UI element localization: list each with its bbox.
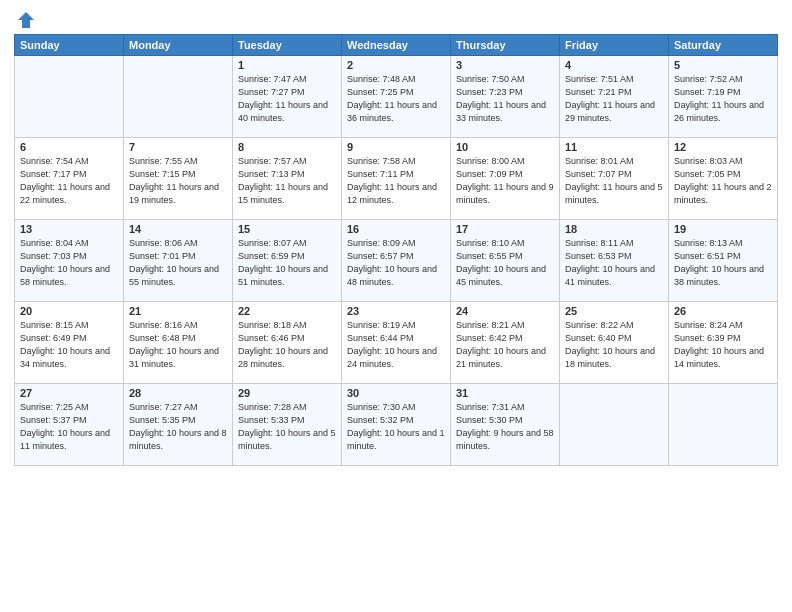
calendar-cell: 31 Sunrise: 7:31 AMSunset: 5:30 PMDaylig… <box>451 384 560 466</box>
calendar-week-4: 20 Sunrise: 8:15 AMSunset: 6:49 PMDaylig… <box>15 302 778 384</box>
calendar-cell: 19 Sunrise: 8:13 AMSunset: 6:51 PMDaylig… <box>669 220 778 302</box>
day-number: 7 <box>129 141 227 153</box>
day-detail: Sunrise: 7:28 AMSunset: 5:33 PMDaylight:… <box>238 401 336 453</box>
calendar-cell: 11 Sunrise: 8:01 AMSunset: 7:07 PMDaylig… <box>560 138 669 220</box>
calendar-week-3: 13 Sunrise: 8:04 AMSunset: 7:03 PMDaylig… <box>15 220 778 302</box>
day-number: 25 <box>565 305 663 317</box>
calendar-cell: 27 Sunrise: 7:25 AMSunset: 5:37 PMDaylig… <box>15 384 124 466</box>
weekday-header-thursday: Thursday <box>451 35 560 56</box>
calendar-cell: 25 Sunrise: 8:22 AMSunset: 6:40 PMDaylig… <box>560 302 669 384</box>
day-number: 6 <box>20 141 118 153</box>
weekday-header-sunday: Sunday <box>15 35 124 56</box>
calendar-cell: 12 Sunrise: 8:03 AMSunset: 7:05 PMDaylig… <box>669 138 778 220</box>
day-detail: Sunrise: 7:25 AMSunset: 5:37 PMDaylight:… <box>20 401 118 453</box>
day-detail: Sunrise: 8:03 AMSunset: 7:05 PMDaylight:… <box>674 155 772 207</box>
calendar-cell: 22 Sunrise: 8:18 AMSunset: 6:46 PMDaylig… <box>233 302 342 384</box>
calendar-cell: 18 Sunrise: 8:11 AMSunset: 6:53 PMDaylig… <box>560 220 669 302</box>
calendar-cell: 1 Sunrise: 7:47 AMSunset: 7:27 PMDayligh… <box>233 56 342 138</box>
day-number: 5 <box>674 59 772 71</box>
day-detail: Sunrise: 8:10 AMSunset: 6:55 PMDaylight:… <box>456 237 554 289</box>
weekday-header-friday: Friday <box>560 35 669 56</box>
day-number: 11 <box>565 141 663 153</box>
day-detail: Sunrise: 8:22 AMSunset: 6:40 PMDaylight:… <box>565 319 663 371</box>
day-detail: Sunrise: 8:07 AMSunset: 6:59 PMDaylight:… <box>238 237 336 289</box>
day-number: 9 <box>347 141 445 153</box>
page-header <box>14 10 778 26</box>
weekday-header-monday: Monday <box>124 35 233 56</box>
day-number: 28 <box>129 387 227 399</box>
day-detail: Sunrise: 7:50 AMSunset: 7:23 PMDaylight:… <box>456 73 554 125</box>
day-number: 21 <box>129 305 227 317</box>
calendar-week-5: 27 Sunrise: 7:25 AMSunset: 5:37 PMDaylig… <box>15 384 778 466</box>
day-number: 12 <box>674 141 772 153</box>
calendar-cell: 7 Sunrise: 7:55 AMSunset: 7:15 PMDayligh… <box>124 138 233 220</box>
day-detail: Sunrise: 8:06 AMSunset: 7:01 PMDaylight:… <box>129 237 227 289</box>
calendar-cell: 8 Sunrise: 7:57 AMSunset: 7:13 PMDayligh… <box>233 138 342 220</box>
day-number: 14 <box>129 223 227 235</box>
calendar-cell: 5 Sunrise: 7:52 AMSunset: 7:19 PMDayligh… <box>669 56 778 138</box>
day-number: 2 <box>347 59 445 71</box>
header-row: SundayMondayTuesdayWednesdayThursdayFrid… <box>15 35 778 56</box>
day-detail: Sunrise: 7:54 AMSunset: 7:17 PMDaylight:… <box>20 155 118 207</box>
weekday-header-wednesday: Wednesday <box>342 35 451 56</box>
day-detail: Sunrise: 8:11 AMSunset: 6:53 PMDaylight:… <box>565 237 663 289</box>
day-number: 4 <box>565 59 663 71</box>
day-number: 24 <box>456 305 554 317</box>
calendar-cell: 23 Sunrise: 8:19 AMSunset: 6:44 PMDaylig… <box>342 302 451 384</box>
calendar-cell: 3 Sunrise: 7:50 AMSunset: 7:23 PMDayligh… <box>451 56 560 138</box>
calendar-cell <box>124 56 233 138</box>
calendar-cell: 17 Sunrise: 8:10 AMSunset: 6:55 PMDaylig… <box>451 220 560 302</box>
calendar-cell: 20 Sunrise: 8:15 AMSunset: 6:49 PMDaylig… <box>15 302 124 384</box>
day-number: 29 <box>238 387 336 399</box>
calendar-cell: 2 Sunrise: 7:48 AMSunset: 7:25 PMDayligh… <box>342 56 451 138</box>
calendar-cell <box>669 384 778 466</box>
day-number: 13 <box>20 223 118 235</box>
day-number: 17 <box>456 223 554 235</box>
calendar-cell: 16 Sunrise: 8:09 AMSunset: 6:57 PMDaylig… <box>342 220 451 302</box>
day-number: 3 <box>456 59 554 71</box>
day-number: 15 <box>238 223 336 235</box>
calendar-week-1: 1 Sunrise: 7:47 AMSunset: 7:27 PMDayligh… <box>15 56 778 138</box>
day-number: 31 <box>456 387 554 399</box>
svg-marker-0 <box>18 12 34 28</box>
calendar-table: SundayMondayTuesdayWednesdayThursdayFrid… <box>14 34 778 466</box>
calendar-cell: 26 Sunrise: 8:24 AMSunset: 6:39 PMDaylig… <box>669 302 778 384</box>
day-detail: Sunrise: 7:52 AMSunset: 7:19 PMDaylight:… <box>674 73 772 125</box>
calendar-cell: 28 Sunrise: 7:27 AMSunset: 5:35 PMDaylig… <box>124 384 233 466</box>
weekday-header-saturday: Saturday <box>669 35 778 56</box>
day-detail: Sunrise: 7:47 AMSunset: 7:27 PMDaylight:… <box>238 73 336 125</box>
calendar-cell: 21 Sunrise: 8:16 AMSunset: 6:48 PMDaylig… <box>124 302 233 384</box>
day-number: 10 <box>456 141 554 153</box>
day-detail: Sunrise: 7:51 AMSunset: 7:21 PMDaylight:… <box>565 73 663 125</box>
day-number: 8 <box>238 141 336 153</box>
day-detail: Sunrise: 7:58 AMSunset: 7:11 PMDaylight:… <box>347 155 445 207</box>
calendar-cell: 14 Sunrise: 8:06 AMSunset: 7:01 PMDaylig… <box>124 220 233 302</box>
day-detail: Sunrise: 7:55 AMSunset: 7:15 PMDaylight:… <box>129 155 227 207</box>
calendar-cell: 30 Sunrise: 7:30 AMSunset: 5:32 PMDaylig… <box>342 384 451 466</box>
calendar-cell: 13 Sunrise: 8:04 AMSunset: 7:03 PMDaylig… <box>15 220 124 302</box>
calendar-cell <box>560 384 669 466</box>
day-detail: Sunrise: 8:04 AMSunset: 7:03 PMDaylight:… <box>20 237 118 289</box>
day-detail: Sunrise: 8:13 AMSunset: 6:51 PMDaylight:… <box>674 237 772 289</box>
day-number: 30 <box>347 387 445 399</box>
weekday-header-tuesday: Tuesday <box>233 35 342 56</box>
day-number: 27 <box>20 387 118 399</box>
day-detail: Sunrise: 8:24 AMSunset: 6:39 PMDaylight:… <box>674 319 772 371</box>
day-detail: Sunrise: 8:18 AMSunset: 6:46 PMDaylight:… <box>238 319 336 371</box>
calendar-cell <box>15 56 124 138</box>
day-number: 18 <box>565 223 663 235</box>
calendar-cell: 6 Sunrise: 7:54 AMSunset: 7:17 PMDayligh… <box>15 138 124 220</box>
day-number: 22 <box>238 305 336 317</box>
day-detail: Sunrise: 7:57 AMSunset: 7:13 PMDaylight:… <box>238 155 336 207</box>
day-detail: Sunrise: 8:01 AMSunset: 7:07 PMDaylight:… <box>565 155 663 207</box>
day-number: 19 <box>674 223 772 235</box>
day-number: 16 <box>347 223 445 235</box>
day-detail: Sunrise: 8:19 AMSunset: 6:44 PMDaylight:… <box>347 319 445 371</box>
calendar-cell: 4 Sunrise: 7:51 AMSunset: 7:21 PMDayligh… <box>560 56 669 138</box>
day-detail: Sunrise: 7:27 AMSunset: 5:35 PMDaylight:… <box>129 401 227 453</box>
day-detail: Sunrise: 7:48 AMSunset: 7:25 PMDaylight:… <box>347 73 445 125</box>
calendar-week-2: 6 Sunrise: 7:54 AMSunset: 7:17 PMDayligh… <box>15 138 778 220</box>
day-number: 26 <box>674 305 772 317</box>
day-detail: Sunrise: 8:16 AMSunset: 6:48 PMDaylight:… <box>129 319 227 371</box>
day-detail: Sunrise: 8:21 AMSunset: 6:42 PMDaylight:… <box>456 319 554 371</box>
